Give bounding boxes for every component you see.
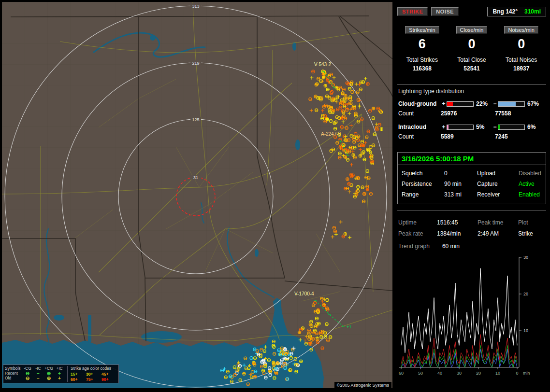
count-label: Count <box>398 110 441 117</box>
peak-rate-value: 1384/min <box>437 230 478 237</box>
upload-label: Upload <box>477 170 519 177</box>
x-tick-label: 10 <box>495 371 500 376</box>
strike-symbol-icon: ⊕ <box>43 371 54 376</box>
cg-minus-pct: 67% <box>525 100 541 107</box>
cg-minus-count: 77558 <box>495 110 546 117</box>
minus-sign: − <box>492 124 498 130</box>
strike-symbol <box>254 375 257 378</box>
noise-mode-button[interactable]: NOISE <box>431 7 459 16</box>
total-close: Total Close 52541 <box>447 56 497 72</box>
mode-toolbar: STRIKE NOISE Bng 142° 310mi <box>397 7 546 16</box>
storm-cell-label: V-543-2 <box>314 62 331 67</box>
age-code: 90+ <box>101 377 117 382</box>
lightning-map[interactable]: 31321912531 +1V-543-2A-2247-3V-1700-4 Sy… <box>2 2 392 388</box>
plot-label: Plot <box>518 219 545 226</box>
strike-symbol <box>359 154 362 157</box>
strike-symbol-icon: − <box>33 376 43 380</box>
strike-symbol <box>333 230 336 233</box>
cg-minus-gauge <box>498 101 525 107</box>
strike-symbol-icon: + <box>54 371 65 376</box>
trend-graph-label: Trend graph <box>398 243 430 250</box>
ic-minus-gauge <box>498 125 525 130</box>
uptime-label: Uptime <box>398 219 437 226</box>
strike-symbol <box>362 144 365 147</box>
total-stats: Total Strikes 116368 Total Close 52541 T… <box>397 56 546 72</box>
strike-symbol <box>366 188 369 191</box>
total-strikes: Total Strikes 116368 <box>397 56 447 72</box>
age-codes-title: Strike age color codes <box>71 366 117 371</box>
y-tick-label: 10 <box>523 328 528 333</box>
legend-symbols-label: Symbols <box>5 366 22 371</box>
y-tick-label: 20 <box>523 292 528 296</box>
noises-min-chip[interactable]: Noises/min <box>504 26 538 34</box>
ic-minus-pct: 6% <box>525 124 541 130</box>
cg-plus-count: 25976 <box>441 110 495 117</box>
legend-symbols: Symbols -CG -IC +CG +IC Recent⊖−⊕+Old⊖−⊕… <box>5 366 65 382</box>
strike-symbol <box>363 193 366 196</box>
cloud-ground-counts: Count 25976 77558 <box>398 110 546 117</box>
strike-mode-button[interactable]: STRIKE <box>397 7 428 16</box>
age-code: 75+ <box>86 377 101 382</box>
ring-label: 313 <box>192 4 199 9</box>
x-tick-label: 20 <box>476 371 481 376</box>
strike-symbol <box>322 76 325 79</box>
total-close-value: 52541 <box>447 65 497 72</box>
strikes-min-chip[interactable]: Strikes/min <box>405 26 439 34</box>
settings-grid: Squelch 0 Upload Disabled Persistence 90… <box>398 165 546 204</box>
ring-label: 31 <box>193 175 198 180</box>
legend-col-header: +IC <box>54 366 65 371</box>
receiver-status: Enabled <box>519 191 542 198</box>
trend-series-strikes <box>401 268 517 353</box>
total-noises: Total Noises 18937 <box>496 56 546 72</box>
strike-symbol-icon: + <box>54 376 65 380</box>
legend-row-label: Old <box>5 376 22 380</box>
total-strikes-label: Total Strikes <box>397 56 447 63</box>
ic-plus-gauge <box>447 125 474 130</box>
persistence-label: Persistence <box>402 181 444 187</box>
trend-graph-header: Trend graph 60 min <box>397 239 546 250</box>
peak-time-label: Peak time <box>478 219 518 226</box>
squelch-label: Squelch <box>402 170 444 177</box>
plus-sign: + <box>441 124 447 130</box>
upload-status: Disabled <box>519 170 542 177</box>
strike-symbol <box>332 109 335 112</box>
total-strikes-value: 116368 <box>397 65 447 72</box>
age-code: 45+ <box>101 372 117 377</box>
minus-sign: − <box>492 100 498 107</box>
peak-rate-label: Peak rate <box>398 230 437 237</box>
age-code: 60+ <box>71 377 86 382</box>
rate-stats: Strikes/min 6 Close/min 0 Noises/min 0 <box>397 26 546 51</box>
strike-symbol-icon: − <box>33 371 43 376</box>
x-tick-label: 60 <box>399 371 404 376</box>
strike-symbol <box>280 350 283 353</box>
close-min-chip[interactable]: Close/min <box>456 26 488 34</box>
close-per-min: Close/min 0 <box>447 26 497 51</box>
map-legend: Symbols -CG -IC +CG +IC Recent⊖−⊕+Old⊖−⊕… <box>3 364 119 383</box>
nexstorm-window: 31321912531 +1V-543-2A-2247-3V-1700-4 Sy… <box>0 0 550 392</box>
strikes-per-min: Strikes/min 6 <box>397 26 447 51</box>
strike-symbol <box>352 154 355 156</box>
intracloud-counts: Count 5589 7245 <box>398 133 546 140</box>
range-label: Range <box>402 191 444 198</box>
close-min-value: 0 <box>447 37 497 51</box>
capture-status: Active <box>519 181 542 187</box>
legend-header: Symbols -CG -IC +CG +IC <box>5 366 65 371</box>
strike-symbol-icon: ⊕ <box>43 376 54 380</box>
bearing-range-value: 310mi <box>524 8 541 15</box>
strike-symbol <box>380 127 383 130</box>
y-tick-label: 30 <box>523 255 528 260</box>
age-code: 15+ <box>71 372 86 377</box>
track-tag: +1 <box>347 324 351 329</box>
legend-col-header: -CG <box>22 366 33 371</box>
legend-row: Recent⊖−⊕+ <box>5 371 65 376</box>
x-tick-label: 40 <box>437 371 442 376</box>
total-noises-value: 18937 <box>496 65 546 72</box>
legend-col-header: -IC <box>33 366 43 371</box>
peak-time-value: 2:49 AM <box>478 230 518 237</box>
strike-symbol <box>272 361 275 364</box>
total-close-label: Total Close <box>447 56 497 63</box>
squelch-value: 0 <box>444 170 477 177</box>
legend-col-header: +CG <box>43 366 54 371</box>
bearing-value: Bng 142° <box>492 8 517 15</box>
range-value: 313 mi <box>444 191 477 198</box>
